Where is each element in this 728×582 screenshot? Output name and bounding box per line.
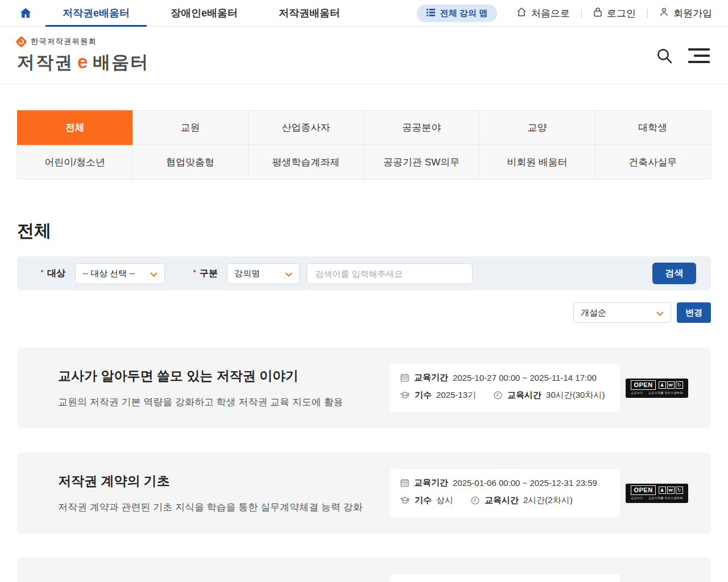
category-tab[interactable]: 교원 <box>133 110 248 145</box>
site-title-e: e <box>77 51 89 73</box>
course-description: 교원의 저작권 기본 역량을 강화하고 학생 저작권 교육 지도에 활용 <box>58 396 390 409</box>
course-term-row: 기수 2025-13기 교육시간 30시간(30차시) <box>400 390 610 401</box>
chevron-down-icon <box>656 308 664 318</box>
hours-label: 교육시간 <box>485 495 519 506</box>
term-value: 2025-13기 <box>436 390 476 401</box>
course-info-box: 교육기간 2025-10-27 00:00 ~ 2025-11-14 17:00… <box>390 364 620 412</box>
home-outline-icon <box>516 7 527 20</box>
graduation-cap-icon <box>400 390 410 400</box>
course-card[interactable]: 저작권 계약의 기초 저작권 계약과 관련된 기초 지식을 학습을 통한 실무계… <box>17 452 711 534</box>
signup-link[interactable]: 회원가입 <box>648 7 712 20</box>
tab-copyright-elearning[interactable]: 저작권e배움터 <box>42 0 150 26</box>
required-dot <box>41 270 43 272</box>
category-tab[interactable]: 대학생 <box>595 110 711 145</box>
category-grid: 전체 교원 산업종사자 공공분야 교양 대학생 어린이/청소년 협업맞춤형 평생… <box>17 110 711 180</box>
login-link[interactable]: 로그인 <box>582 7 647 20</box>
period-value: 2025-01-06 00:00 ~ 2025-12-31 23:59 <box>453 478 597 488</box>
list-icon <box>427 9 435 18</box>
category-tab[interactable]: 비회원 배움터 <box>479 145 595 180</box>
page-title: 전체 <box>17 219 711 243</box>
signup-label: 회원가입 <box>673 7 712 20</box>
search-filter-bar: 대상 -- 대상 선택 -- 구분 강의명 검색 <box>17 256 711 290</box>
category-tab[interactable]: 공공기관 SW의무 <box>364 145 479 180</box>
kogl-license-icons: ♟ ₩ ↻ <box>659 381 683 389</box>
kogl-subtitle: 공공저작물 자유이용허락 <box>648 496 683 500</box>
kogl-noncommercial-icon: ₩ <box>667 487 675 494</box>
search-icon[interactable] <box>655 47 673 65</box>
site-header: 한국저작권위원회 저작권 e 배움터 <box>0 27 728 85</box>
sort-apply-button[interactable]: 변경 <box>677 302 711 323</box>
kogl-open-badge: OPEN ♟ ₩ ↻ 공공누리 공공저작물 자유이용허락 <box>626 379 688 398</box>
kogl-attribution-icon: ♟ <box>659 487 666 494</box>
category-tab[interactable]: 전체 <box>17 110 133 145</box>
course-map-button[interactable]: 전체 강의 맵 <box>417 5 497 22</box>
sort-row: 개설순 변경 <box>17 302 711 323</box>
sort-select[interactable]: 개설순 <box>573 302 671 323</box>
search-input[interactable] <box>307 263 473 284</box>
top-nav-bar: 저작권e배움터 장애인e배움터 저작권배움터 전체 강의 맵 처음으로 로그인 <box>0 0 728 27</box>
course-card[interactable]: 교사가 알아두면 쓸모 있는 저작권 이야기 교원의 저작권 기본 역량을 강화… <box>17 347 711 429</box>
sort-select-value: 개설순 <box>581 307 606 318</box>
person-icon <box>659 7 669 20</box>
course-summary: 저작권 계약의 기초 저작권 계약과 관련된 기초 지식을 학습을 통한 실무계… <box>58 472 390 514</box>
target-select-value: -- 대상 선택 -- <box>82 268 135 279</box>
home-button[interactable] <box>9 0 42 26</box>
kogl-attribution-icon: ♟ <box>659 381 666 389</box>
login-label: 로그인 <box>607 7 636 20</box>
course-title: 저작권 계약의 기초 <box>58 472 390 490</box>
clock-icon <box>470 496 480 505</box>
period-value: 2025-10-27 00:00 ~ 2025-11-14 17:00 <box>453 373 597 383</box>
term-label: 기수 <box>415 495 432 506</box>
search-button[interactable]: 검색 <box>652 263 696 284</box>
category-tab[interactable]: 협업맞춤형 <box>133 145 248 180</box>
chevron-down-icon <box>150 269 158 278</box>
org-name: 한국저작권위원회 <box>31 36 97 47</box>
course-map-label: 전체 강의 맵 <box>440 8 487 19</box>
hours-value: 2시간(2차시) <box>523 495 573 506</box>
site-logo[interactable]: 한국저작권위원회 저작권 e 배움터 <box>17 36 149 74</box>
kogl-name: 공공누리 <box>631 496 643 500</box>
required-dot <box>193 270 196 272</box>
category-tab[interactable]: 공공분야 <box>364 110 479 145</box>
hours-label: 교육시간 <box>507 390 541 401</box>
category-tab[interactable]: 교양 <box>479 110 595 145</box>
course-info-box: 교육기간 기수 교육시간 <box>390 574 620 582</box>
course-info-box: 교육기간 2025-01-06 00:00 ~ 2025-12-31 23:59… <box>390 469 620 517</box>
go-home-label: 처음으로 <box>531 7 570 20</box>
category-tab[interactable]: 산업종사자 <box>249 110 364 145</box>
target-label: 대상 <box>41 268 65 280</box>
lock-icon <box>593 7 602 20</box>
kogl-open-badge: OPEN ♟ ₩ ↻ 공공누리 공공저작물 자유이용허락 <box>626 484 688 503</box>
type-select-value: 강의명 <box>234 268 260 279</box>
term-label: 기수 <box>415 390 432 401</box>
org-logo-icon <box>15 35 27 47</box>
calendar-icon <box>400 373 410 383</box>
category-tab[interactable]: 어린이/청소년 <box>17 145 133 180</box>
hours-value: 30시간(30차시) <box>546 390 605 401</box>
course-summary: 교사가 알아두면 쓸모 있는 저작권 이야기 교원의 저작권 기본 역량을 강화… <box>58 367 390 409</box>
target-select[interactable]: -- 대상 선택 -- <box>75 263 165 284</box>
period-label: 교육기간 <box>414 372 448 383</box>
course-card[interactable]: 창작자를 위한 저작권 상식 교육기간 기수 <box>17 558 711 582</box>
kogl-nochange-icon: ↻ <box>676 381 683 389</box>
go-home-link[interactable]: 처음으로 <box>505 7 581 20</box>
site-title-part1: 저작권 <box>17 51 73 74</box>
hamburger-menu-icon[interactable] <box>688 48 710 63</box>
type-select[interactable]: 강의명 <box>227 263 300 284</box>
course-list: 교사가 알아두면 쓸모 있는 저작권 이야기 교원의 저작권 기본 역량을 강화… <box>17 347 711 582</box>
tab-disabled-elearning[interactable]: 장애인e배움터 <box>150 0 258 26</box>
type-label: 구분 <box>193 268 218 280</box>
site-title: 저작권 e 배움터 <box>17 51 149 74</box>
course-title: 교사가 알아두면 쓸모 있는 저작권 이야기 <box>58 367 390 385</box>
course-hours-group: 교육시간 30시간(30차시) <box>493 390 605 401</box>
kogl-nochange-icon: ↻ <box>676 487 683 494</box>
tab-copyright-learning[interactable]: 저작권배움터 <box>258 0 361 26</box>
category-tab[interactable]: 평생학습계좌제 <box>249 145 364 180</box>
main-content: 전체 교원 산업종사자 공공분야 교양 대학생 어린이/청소년 협업맞춤형 평생… <box>17 110 711 582</box>
category-tab[interactable]: 건축사실무 <box>595 145 711 180</box>
kogl-name: 공공누리 <box>631 390 643 395</box>
kogl-license-icons: ♟ ₩ ↻ <box>659 487 683 494</box>
clock-icon <box>493 390 503 400</box>
kogl-open-label: OPEN <box>631 485 655 495</box>
top-nav-utility: 전체 강의 맵 처음으로 로그인 회원가입 <box>417 0 712 26</box>
